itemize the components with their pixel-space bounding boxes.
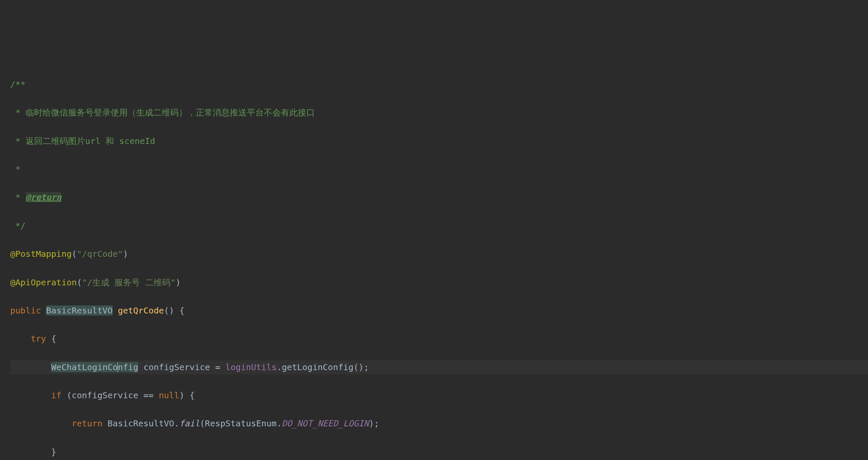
string-literal: "/生成 服务号 二维码" — [82, 277, 176, 288]
code-line-current[interactable]: WeChatLoginConfig configService = loginU… — [10, 360, 868, 374]
keyword-public: public — [10, 305, 46, 316]
code-line[interactable]: return BasicResultVO.fail(RespStatusEnum… — [10, 417, 868, 431]
annotation-apioperation: @ApiOperation — [10, 277, 77, 288]
space — [138, 362, 143, 372]
paren: ) — [123, 249, 128, 259]
indent — [10, 334, 31, 344]
string-literal: "/qrCode" — [77, 249, 123, 259]
indent — [10, 418, 72, 428]
javadoc-text: * 返回二维码图片url 和 sceneId — [10, 136, 155, 146]
code-editor[interactable]: /** * 临时给微信服务号登录使用（生成二维码），正常消息推送平台不会有此接口… — [0, 63, 868, 460]
javadoc-end: */ — [10, 221, 26, 231]
indent — [10, 362, 51, 372]
code-line[interactable]: @ApiOperation("/生成 服务号 二维码") — [10, 276, 868, 290]
javadoc-start: /** — [10, 79, 26, 89]
static-method-fail: fail — [179, 418, 200, 428]
code-line[interactable]: /** — [10, 78, 868, 92]
class-ref: BasicResultVO. — [108, 418, 180, 428]
equals: = — [215, 362, 226, 372]
javadoc-text: * — [10, 164, 20, 174]
type-wechatloginconfig: WeChatLoginConfig — [51, 362, 138, 372]
return-type: BasicResultVO — [46, 305, 113, 316]
condition-close: ) { — [179, 390, 194, 400]
code-line[interactable]: @PostMapping("/qrCode") — [10, 247, 868, 261]
keyword-return: return — [72, 418, 108, 428]
field-loginutils: loginUtils — [226, 362, 277, 372]
code-line[interactable]: * 临时给微信服务号登录使用（生成二维码），正常消息推送平台不会有此接口 — [10, 106, 868, 120]
type-part: WeChatLoginCo — [51, 362, 118, 372]
paren: ( — [72, 249, 77, 259]
variable: configService — [143, 362, 215, 372]
indent — [10, 447, 51, 457]
method-call: getLoginConfig(); — [282, 362, 369, 372]
type-part: nfig — [118, 362, 138, 372]
keyword-null: null — [159, 390, 179, 400]
condition: (configService == — [66, 390, 159, 400]
args: (RespStatusEnum. — [200, 418, 282, 428]
code-line[interactable]: public BasicResultVO getQrCode() { — [10, 304, 868, 318]
javadoc-return-tag: @return — [26, 192, 61, 202]
code-line[interactable]: } — [10, 445, 868, 459]
brace: { — [46, 334, 56, 344]
paren: ( — [77, 277, 82, 288]
code-line[interactable]: * @return — [10, 190, 868, 204]
javadoc-text: * 临时给微信服务号登录使用（生成二维码），正常消息推送平台不会有此接口 — [10, 107, 315, 118]
keyword-try: try — [31, 334, 46, 344]
code-line[interactable]: */ — [10, 219, 868, 233]
code-line[interactable]: try { — [10, 332, 868, 346]
annotation-postmapping: @PostMapping — [10, 249, 72, 259]
javadoc-text: * — [10, 192, 26, 202]
keyword-if: if — [51, 390, 66, 400]
code-line[interactable]: * 返回二维码图片url 和 sceneId — [10, 134, 868, 148]
method-name: getQrCode — [118, 305, 164, 316]
code-line[interactable]: if (configService == null) { — [10, 388, 868, 402]
indent — [10, 390, 51, 400]
enum-do-not-need-login: DO_NOT_NEED_LOGIN — [282, 418, 369, 428]
code-line[interactable]: * — [10, 162, 868, 176]
args-close: ); — [369, 418, 379, 428]
signature: () { — [164, 305, 184, 316]
dot: . — [277, 362, 282, 372]
space — [113, 305, 118, 316]
paren: ) — [176, 277, 181, 288]
brace-close: } — [51, 447, 56, 457]
